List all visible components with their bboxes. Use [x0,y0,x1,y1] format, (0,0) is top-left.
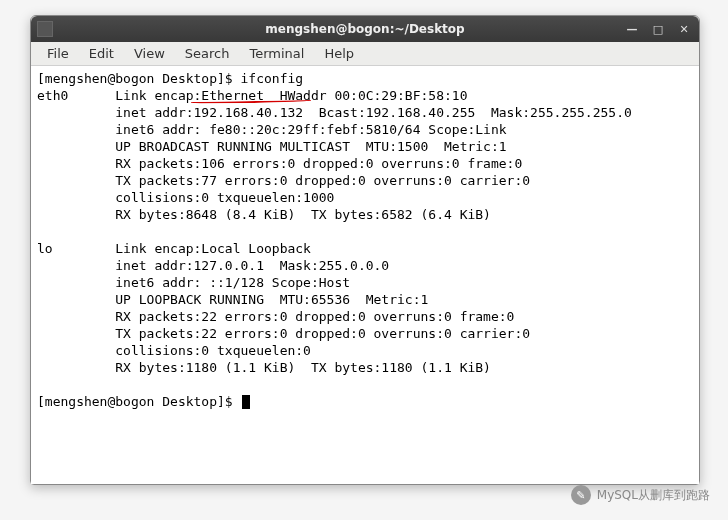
prompt-line-1: [mengshen@bogon Desktop]$ ifconfig [37,71,303,86]
terminal-window: mengshen@bogon:~/Desktop — □ ✕ File Edit… [30,15,700,485]
output-line: RX packets:106 errors:0 dropped:0 overru… [37,156,522,171]
output-line: RX bytes:1180 (1.1 KiB) TX bytes:1180 (1… [37,360,491,375]
menu-terminal[interactable]: Terminal [239,44,314,63]
watermark-icon: ✎ [571,485,591,505]
output-line: inet addr:192.168.40.132 Bcast:192.168.4… [37,105,632,120]
prompt-text-1: [mengshen@bogon Desktop]$ [37,71,241,86]
window-controls: — □ ✕ [623,21,693,37]
window-title: mengshen@bogon:~/Desktop [31,22,699,36]
output-line: lo Link encap:Local Loopback [37,241,311,256]
prompt-line-2: [mengshen@bogon Desktop]$ [37,394,241,409]
command-1: ifconfig [241,71,304,86]
cursor-icon [242,395,250,409]
terminal-output[interactable]: [mengshen@bogon Desktop]$ ifconfig eth0 … [31,66,699,484]
maximize-button[interactable]: □ [649,21,667,37]
output-line: UP LOOPBACK RUNNING MTU:65536 Metric:1 [37,292,428,307]
output-line: RX packets:22 errors:0 dropped:0 overrun… [37,309,514,324]
output-line: inet6 addr: fe80::20c:29ff:febf:5810/64 … [37,122,507,137]
watermark: ✎ MySQL从删库到跑路 [571,485,710,505]
output-line: TX packets:22 errors:0 dropped:0 overrun… [37,326,530,341]
output-line: collisions:0 txqueuelen:1000 [37,190,334,205]
minimize-button[interactable]: — [623,21,641,37]
menu-search[interactable]: Search [175,44,240,63]
output-line: inet6 addr: ::1/128 Scope:Host [37,275,350,290]
titlebar[interactable]: mengshen@bogon:~/Desktop — □ ✕ [31,16,699,42]
prompt-text-2: [mengshen@bogon Desktop]$ [37,394,241,409]
menu-help[interactable]: Help [314,44,364,63]
output-line: TX packets:77 errors:0 dropped:0 overrun… [37,173,530,188]
menubar: File Edit View Search Terminal Help [31,42,699,66]
watermark-text: MySQL从删库到跑路 [597,487,710,504]
output-line: inet addr:127.0.0.1 Mask:255.0.0.0 [37,258,389,273]
menu-file[interactable]: File [37,44,79,63]
terminal-app-icon [37,21,53,37]
menu-edit[interactable]: Edit [79,44,124,63]
menu-view[interactable]: View [124,44,175,63]
close-button[interactable]: ✕ [675,21,693,37]
output-line: collisions:0 txqueuelen:0 [37,343,311,358]
output-line: RX bytes:8648 (8.4 KiB) TX bytes:6582 (6… [37,207,491,222]
output-line: UP BROADCAST RUNNING MULTICAST MTU:1500 … [37,139,507,154]
